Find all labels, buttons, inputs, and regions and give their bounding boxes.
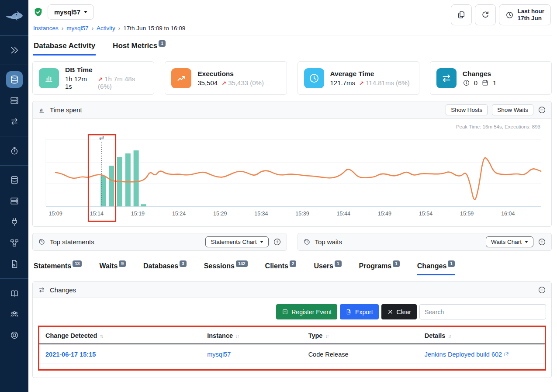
sidebar-expand-button[interactable]	[6, 42, 23, 59]
svg-text:15:59: 15:59	[460, 211, 474, 217]
app-logo-marlin-icon	[5, 10, 24, 24]
change-detected-link[interactable]: 2021-06-17 15:15	[45, 351, 96, 358]
instance-selector-button[interactable]: mysql57	[48, 4, 94, 20]
plus-circle-icon	[273, 238, 281, 246]
clear-button[interactable]: Clear	[381, 304, 417, 319]
shield-check-icon	[33, 7, 43, 17]
sidebar-item-support[interactable]	[6, 327, 23, 343]
instance-link[interactable]: mysql57	[207, 351, 231, 358]
database-icon	[10, 75, 19, 84]
tab-waits[interactable]: Waits9	[99, 262, 126, 275]
export-button[interactable]: Export	[340, 304, 378, 319]
chevron-down-icon	[260, 241, 263, 245]
pie-chart-icon	[38, 238, 45, 246]
calendar-icon	[481, 79, 489, 87]
tab-changes[interactable]: Changes1	[417, 262, 455, 275]
sidebar-item-instances[interactable]	[6, 71, 23, 88]
kpi-title: Executions	[197, 70, 264, 78]
app-root: mysql57 Instances› mysql57› Activity› 17…	[0, 0, 557, 392]
sidebar-item-servers[interactable]	[6, 193, 23, 209]
refresh-icon	[481, 10, 490, 19]
instance-name: mysql57	[54, 8, 80, 16]
refresh-button[interactable]	[475, 4, 496, 25]
panel-title: Time spent	[50, 106, 82, 114]
trend-up-icon: ↗	[221, 80, 226, 87]
panel-title: Changes	[50, 286, 76, 294]
time-spent-chart[interactable]: ⇄15:0915:1415:1915:2415:2915:3415:3915:4…	[37, 122, 547, 225]
book-icon	[10, 288, 19, 298]
sidebar-item-changes[interactable]	[6, 113, 23, 130]
collapse-panel-button[interactable]	[538, 286, 546, 294]
sort-icon: ↓↑	[325, 333, 328, 339]
sidebar-divider	[0, 136, 28, 136]
breadcrumb-instance[interactable]: mysql57	[66, 25, 88, 31]
column-header-instance[interactable]: Instance↓↑	[201, 327, 302, 344]
sidebar-item-environments[interactable]	[6, 235, 23, 251]
sidebar-divider	[0, 35, 28, 36]
table-row[interactable]: 2021-06-17 15:15 mysql57 Code Release Je…	[39, 344, 545, 364]
expand-panel-button[interactable]	[273, 238, 281, 246]
tab-databases[interactable]: Databases3	[143, 262, 187, 275]
changes-panel-header: Changes	[33, 282, 551, 298]
tab-host-metrics[interactable]: Host Metrics1	[112, 42, 166, 56]
time-spent-panel: Time spent Show Hosts Show Waits ⇄15:091…	[32, 101, 552, 227]
tab-programs[interactable]: Programs1	[359, 262, 400, 275]
changes-actions: Register Event Export Clear	[38, 304, 546, 319]
svg-text:15:14: 15:14	[90, 211, 104, 217]
info-circle-icon	[463, 79, 470, 87]
show-hosts-button[interactable]: Show Hosts	[446, 104, 488, 115]
breadcrumb: Instances› mysql57› Activity› 17th Jun 1…	[33, 25, 185, 31]
search-input[interactable]	[419, 304, 546, 319]
show-waits-button[interactable]: Show Waits	[492, 104, 533, 115]
time-spent-chart-area: ⇄15:0915:1415:1915:2415:2915:3415:3915:4…	[33, 119, 551, 226]
sidebar-item-documentation[interactable]	[6, 285, 23, 302]
statements-chart-dropdown[interactable]: Statements Chart	[205, 236, 268, 247]
svg-text:16:04: 16:04	[501, 211, 515, 217]
plus-circle-icon	[538, 238, 546, 246]
sidebar-item-reports[interactable]	[6, 256, 23, 272]
panel-title: Top waits	[315, 238, 343, 246]
column-header-details[interactable]: Details↓↑	[419, 327, 545, 344]
top-waits-panel: Top waits Waits Chart	[298, 233, 552, 251]
change-details-link[interactable]: Jenkins Deployed build 602	[425, 351, 502, 358]
detail-tabs: Statements13 Waits9 Databases3 Sessions1…	[32, 251, 552, 275]
sidebar-item-alerts[interactable]	[6, 142, 23, 159]
svg-text:15:09: 15:09	[48, 211, 62, 217]
kpi-executions: Executions 35,504 ↗ 35,433 (0%)	[165, 61, 287, 95]
tab-database-activity[interactable]: Database Activity	[33, 42, 96, 56]
expand-panel-button[interactable]	[538, 238, 546, 246]
tab-clients[interactable]: Clients2	[265, 262, 297, 275]
time-range-button[interactable]: Last hour17th Jun	[499, 4, 551, 25]
tab-sessions[interactable]: Sessions142	[204, 262, 248, 275]
sidebar-item-hosts[interactable]	[6, 92, 23, 109]
tab-statements[interactable]: Statements13	[33, 262, 82, 275]
clock-icon	[304, 68, 324, 88]
stopwatch-icon	[10, 146, 19, 156]
tab-users[interactable]: Users1	[313, 262, 342, 275]
svg-text:15:24: 15:24	[172, 211, 186, 217]
kpi-compare: ↗ 1h 7m 48s (6%)	[98, 75, 148, 90]
kpi-value: 121.7ms	[330, 79, 356, 87]
sort-icon: ↓↑	[448, 333, 451, 339]
column-header-type[interactable]: Type↓↑	[302, 327, 419, 344]
breadcrumb-instances[interactable]: Instances	[33, 25, 59, 31]
sidebar-divider	[0, 165, 28, 166]
bar-chart-icon	[38, 106, 45, 114]
collapse-panel-button[interactable]	[538, 106, 546, 114]
changes-panel: Changes Register Event Export Clear Chan…	[32, 281, 552, 378]
sidebar-item-community[interactable]	[6, 306, 23, 323]
tab-badge: 3	[180, 260, 187, 267]
breadcrumb-separator: ›	[92, 25, 94, 31]
breadcrumb-activity[interactable]: Activity	[97, 25, 115, 31]
chevrons-right-icon	[10, 45, 19, 55]
copy-link-button[interactable]	[451, 4, 472, 25]
waits-chart-dropdown[interactable]: Waits Chart	[486, 236, 533, 247]
swap-arrows-icon	[38, 286, 45, 294]
plug-icon	[10, 217, 19, 227]
kpi-average-time: Average Time 121.7ms ↗ 114.81ms (6%)	[298, 61, 419, 95]
sidebar-item-databases[interactable]	[6, 172, 23, 188]
register-event-button[interactable]: Register Event	[276, 304, 337, 319]
sidebar-item-integrations[interactable]	[6, 214, 23, 230]
column-header-change-detected[interactable]: Change Detected↑↓	[39, 327, 201, 344]
server-icon	[10, 96, 19, 105]
